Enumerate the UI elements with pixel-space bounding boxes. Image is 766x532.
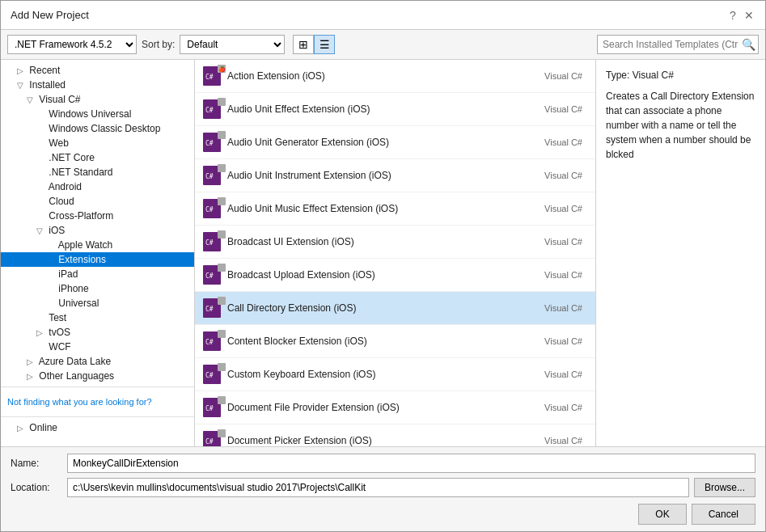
sidebar-item-net-standard[interactable]: .NET Standard xyxy=(1,165,194,179)
sidebar-item-other-languages[interactable]: ▷ Other Languages xyxy=(1,369,194,383)
template-lang: Visual C# xyxy=(544,369,582,379)
template-lang: Visual C# xyxy=(544,336,582,346)
online-expander: ▷ xyxy=(17,424,27,433)
template-item[interactable]: C# 🍎 Action Extension (iOS) Visual C# xyxy=(195,60,595,93)
content-area: C# 🍎 Action Extension (iOS) Visual C# C# xyxy=(195,60,595,446)
title-bar-controls: ? ✕ xyxy=(726,9,755,22)
sort-select[interactable]: Default xyxy=(180,35,285,54)
windows-classic-label: Windows Classic Desktop xyxy=(49,123,160,134)
windows-universal-expander xyxy=(36,110,46,119)
search-input[interactable] xyxy=(597,35,759,54)
template-lang: Visual C# xyxy=(544,303,582,313)
sidebar-item-ipad[interactable]: iPad xyxy=(1,267,194,281)
template-item-selected[interactable]: C# Call Directory Extension (iOS) Visual… xyxy=(195,292,595,325)
template-item[interactable]: C# Audio Unit Effect Extension (iOS) Vis… xyxy=(195,93,595,126)
apple-watch-label: Apple Watch xyxy=(58,239,113,251)
iphone-label: iPhone xyxy=(58,283,88,294)
android-label: Android xyxy=(49,181,82,192)
visual-csharp-label: Visual C# xyxy=(39,94,80,105)
bottom-area: Name: Location: Browse... OK Cancel xyxy=(1,446,765,531)
template-item[interactable]: C# Document File Provider Extension (iOS… xyxy=(195,391,595,424)
template-item[interactable]: C# Document Picker Extension (iOS) Visua… xyxy=(195,424,595,446)
template-item[interactable]: C# Custom Keyboard Extension (iOS) Visua… xyxy=(195,358,595,391)
sidebar-item-cloud[interactable]: Cloud xyxy=(1,194,194,209)
framework-select[interactable]: .NET Framework 4.5.2 xyxy=(7,35,137,54)
sidebar-item-recent[interactable]: ▷ Recent xyxy=(1,63,194,78)
view-toggle: ⊞ ☰ xyxy=(293,35,335,54)
list-view-button[interactable]: ☰ xyxy=(314,35,335,54)
sidebar-item-ios[interactable]: ▽ iOS xyxy=(1,223,194,238)
browse-button[interactable]: Browse... xyxy=(694,478,755,497)
sidebar-item-cross-platform[interactable]: Cross-Platform xyxy=(1,209,194,223)
sidebar-item-universal[interactable]: Universal xyxy=(1,296,194,310)
online-label: Online xyxy=(29,422,57,433)
svg-rect-23 xyxy=(218,297,226,305)
sidebar-item-wcf[interactable]: WCF xyxy=(1,340,194,354)
sidebar-item-web[interactable]: Web xyxy=(1,136,194,150)
svg-text:C#: C# xyxy=(205,173,214,180)
help-button[interactable]: ? xyxy=(726,9,739,22)
sidebar-item-windows-universal[interactable]: Windows Universal xyxy=(1,107,194,121)
type-label: Type: xyxy=(606,70,629,81)
extensions-label: Extensions xyxy=(58,254,106,265)
ok-button[interactable]: OK xyxy=(638,504,686,525)
sidebar-item-azure-data-lake[interactable]: ▷ Azure Data Lake xyxy=(1,354,194,369)
template-item[interactable]: C# Audio Unit Instrument Extension (iOS)… xyxy=(195,159,595,192)
svg-rect-11 xyxy=(218,164,226,172)
template-icon: C# xyxy=(201,295,227,321)
search-icon-button[interactable]: 🔍 xyxy=(742,38,755,51)
dialog-title: Add New Project xyxy=(11,9,89,21)
template-name: Call Directory Extension (iOS) xyxy=(227,302,544,314)
add-new-project-dialog: Add New Project ? ✕ .NET Framework 4.5.2… xyxy=(0,0,766,532)
svg-rect-35 xyxy=(218,429,226,437)
svg-text:C#: C# xyxy=(205,239,214,247)
type-value: Visual C# xyxy=(633,70,674,81)
template-item[interactable]: C# Content Blocker Extension (iOS) Visua… xyxy=(195,325,595,358)
windows-classic-expander xyxy=(36,125,46,133)
template-lang: Visual C# xyxy=(544,71,582,81)
svg-text:C#: C# xyxy=(205,372,214,379)
not-finding-link[interactable]: Not finding what you are looking for? xyxy=(1,391,194,413)
template-item[interactable]: C# Broadcast UI Extension (iOS) Visual C… xyxy=(195,226,595,259)
cancel-button[interactable]: Cancel xyxy=(692,504,755,525)
web-label: Web xyxy=(49,137,68,149)
svg-text:C#: C# xyxy=(205,339,214,346)
sidebar-item-android[interactable]: Android xyxy=(1,179,194,194)
net-standard-label: .NET Standard xyxy=(49,167,112,178)
name-input[interactable] xyxy=(67,454,755,473)
sidebar-item-visual-csharp[interactable]: ▽ Visual C# xyxy=(1,92,194,107)
sidebar-item-apple-watch[interactable]: Apple Watch xyxy=(1,238,194,252)
template-name: Audio Unit Effect Extension (iOS) xyxy=(227,103,544,115)
sidebar-item-extensions[interactable]: Extensions xyxy=(1,252,194,267)
test-label: Test xyxy=(49,312,66,323)
sidebar-item-test[interactable]: Test xyxy=(1,310,194,325)
sidebar-item-installed[interactable]: ▽ Installed xyxy=(1,78,194,92)
template-name: Content Blocker Extension (iOS) xyxy=(227,336,544,347)
sidebar-item-windows-classic[interactable]: Windows Classic Desktop xyxy=(1,121,194,136)
ipad-label: iPad xyxy=(58,268,78,280)
svg-text:C#: C# xyxy=(205,206,214,213)
template-icon: C# 🍎 xyxy=(201,63,227,89)
template-item[interactable]: C# Audio Unit Generator Extension (iOS) … xyxy=(195,126,595,159)
template-icon: C# xyxy=(201,163,227,188)
svg-text:C#: C# xyxy=(205,74,214,81)
sidebar-item-tvos[interactable]: ▷ tvOS xyxy=(1,325,194,340)
cloud-label: Cloud xyxy=(49,196,74,207)
sidebar-item-net-core[interactable]: .NET Core xyxy=(1,150,194,165)
close-button[interactable]: ✕ xyxy=(743,9,755,22)
template-lang: Visual C# xyxy=(544,104,582,114)
template-lang: Visual C# xyxy=(544,403,582,412)
template-icon: C# xyxy=(201,328,227,354)
template-icon: C# xyxy=(201,96,227,122)
sidebar-item-iphone[interactable]: iPhone xyxy=(1,281,194,296)
template-item[interactable]: C# Broadcast Upload Extension (iOS) Visu… xyxy=(195,259,595,292)
template-icon: C# xyxy=(201,395,227,420)
svg-text:C#: C# xyxy=(205,272,214,280)
template-lang: Visual C# xyxy=(544,436,582,445)
sidebar-item-online[interactable]: ▷ Online xyxy=(1,420,194,435)
grid-view-button[interactable]: ⊞ xyxy=(293,35,314,54)
template-item[interactable]: C# Audio Unit Music Effect Extension (iO… xyxy=(195,192,595,226)
svg-rect-29 xyxy=(218,363,226,371)
search-box: 🔍 xyxy=(597,35,759,54)
location-input[interactable] xyxy=(67,478,689,497)
